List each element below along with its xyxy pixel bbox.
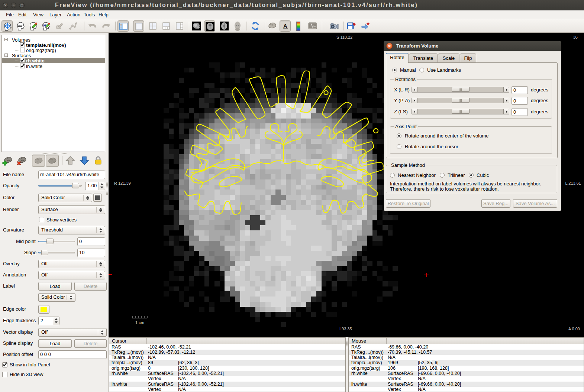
svg-text:1 cm: 1 cm bbox=[135, 320, 144, 325]
svg-text:A: A bbox=[283, 23, 287, 29]
svg-text:A 0.00: A 0.00 bbox=[568, 327, 580, 331]
svg-text:L 213.61: L 213.61 bbox=[565, 181, 581, 185]
svg-text:36: 36 bbox=[573, 35, 578, 39]
svg-text:I 93.35: I 93.35 bbox=[339, 327, 352, 331]
svg-text:S 118.22: S 118.22 bbox=[336, 35, 352, 39]
svg-text:R 121.39: R 121.39 bbox=[114, 181, 131, 185]
